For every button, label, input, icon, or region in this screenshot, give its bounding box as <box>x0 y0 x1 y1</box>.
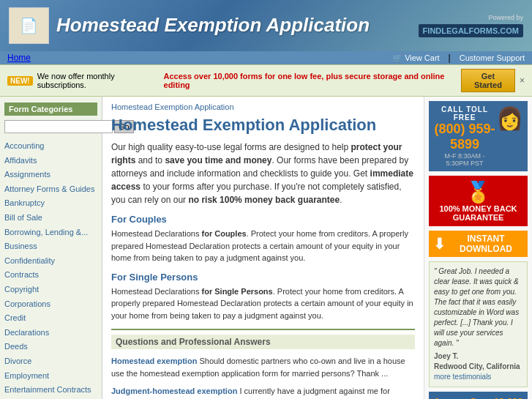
access-title: Access Over 10,000 Forms <box>433 396 523 399</box>
logo-icon: 📄 <box>9 7 49 44</box>
sidebar-item-business[interactable]: Business <box>4 239 97 254</box>
instant-download-badge: ⬇ INSTANT DOWNLOAD <box>429 231 528 257</box>
testimonial-author-name: Joey T. <box>434 352 458 360</box>
qa-section: Questions and Professional Answers Homes… <box>111 329 415 399</box>
sidebar-item-contracts[interactable]: Contracts <box>4 268 97 283</box>
page-title: Homestead Exemption Application <box>111 116 415 135</box>
money-back-guarantee: 🏅 100% MONEY BACK GUARANTEE <box>429 176 528 226</box>
sidebar-item-credit[interactable]: Credit <box>4 311 97 326</box>
header-right: Powered by FINDLEGALFORMS.COM <box>419 14 523 37</box>
site-title: Homestead Exemption Application <box>56 14 370 37</box>
logo-area: 📄 Homestead Exemption Application <box>9 7 370 44</box>
qa-link[interactable]: Homestead exemption <box>111 357 197 365</box>
sidebar-item-copyright[interactable]: Copyright <box>4 283 97 297</box>
support-call-label: CALL TOLL FREE <box>433 105 496 122</box>
main-content: Homestead Exemption Application Homestea… <box>102 97 424 399</box>
main-layout: Form Categories Go AccountingAffidavitsA… <box>0 97 532 399</box>
instant-download-label: INSTANT DOWNLOAD <box>449 234 523 254</box>
search-input[interactable] <box>4 120 113 133</box>
for-couples-text: Homestead Declarations for Couples. Prot… <box>111 228 415 264</box>
sidebar-item-assignments[interactable]: Assignments <box>4 168 97 182</box>
right-sidebar: CALL TOLL FREE (800) 959-5899 M-F 8:30AM… <box>424 97 532 399</box>
qa-item: Homestead exemption Should domestic part… <box>111 355 415 379</box>
money-back-line2: GUARANTEE <box>453 213 504 222</box>
promo-bar: NEW! We now offer monthly subscriptions.… <box>0 64 532 97</box>
for-couples-link[interactable]: For Couples <box>111 214 415 225</box>
sidebar-links: AccountingAffidavitsAssignmentsAttorney … <box>4 139 97 399</box>
for-single-persons-text: Homestead Declarations for Single Person… <box>111 286 415 322</box>
customer-support-link[interactable]: Customer Support <box>460 53 525 62</box>
cart-area[interactable]: 🛒 View Cart <box>392 53 439 63</box>
search-box: Go <box>4 120 97 133</box>
sidebar-item-confidentiality[interactable]: Confidentiality <box>4 254 97 269</box>
download-arrow-icon: ⬇ <box>433 235 446 253</box>
qa-items: Homestead exemption Should domestic part… <box>111 355 415 399</box>
topnav-right: 🛒 View Cart | Customer Support <box>392 53 525 63</box>
sidebar-item-attorney-forms--guides[interactable]: Attorney Forms & Guides <box>4 182 97 197</box>
testimonial-location: Redwood City, California <box>434 362 520 370</box>
sidebar-item-declarations[interactable]: Declarations <box>4 326 97 340</box>
sidebar: Form Categories Go AccountingAffidavitsA… <box>0 97 102 399</box>
cart-icon: 🛒 <box>392 53 402 63</box>
sidebar-item-affidavits[interactable]: Affidavits <box>4 154 97 168</box>
support-hours: M-F 8:30AM - 5:30PM PST <box>433 152 496 167</box>
sidebar-item-deeds[interactable]: Deeds <box>4 340 97 354</box>
page-header: 📄 Homestead Exemption Application Powere… <box>0 0 532 51</box>
promo-close-button[interactable]: × <box>520 75 525 86</box>
get-started-button[interactable]: Get Started <box>461 69 515 92</box>
qa-section-title: Questions and Professional Answers <box>111 335 415 349</box>
sidebar-item-divorce[interactable]: Divorce <box>4 354 97 369</box>
content-description: Our high quality easy-to-use legal forms… <box>111 141 415 206</box>
promo-new-badge: NEW! <box>7 76 33 86</box>
testimonial-quote: " Great Job. I needed a clear lease. It … <box>434 267 519 347</box>
top-nav: Home 🛒 View Cart | Customer Support <box>0 51 532 64</box>
access-title-num: 10,000 <box>494 396 523 399</box>
sidebar-item-employment[interactable]: Employment <box>4 369 97 384</box>
home-link[interactable]: Home <box>7 53 31 63</box>
powered-by-text: Powered by <box>488 14 523 21</box>
nav-divider: | <box>449 53 451 63</box>
support-phone: (800) 959-5899 <box>433 122 496 152</box>
more-testimonials-link[interactable]: more testimonials <box>434 372 522 382</box>
support-box: CALL TOLL FREE (800) 959-5899 M-F 8:30AM… <box>429 101 528 171</box>
findlegal-badge: FINDLEGALFORMS.COM <box>419 24 523 37</box>
sidebar-item-bankruptcy[interactable]: Bankruptcy <box>4 196 97 211</box>
guarantee-icon: 🏅 <box>433 180 523 204</box>
sidebar-item-entertainment-contracts-[interactable]: Entertainment Contracts ... <box>4 383 97 399</box>
promo-text: We now offer monthly subscriptions. <box>37 72 160 89</box>
access-box: Access Over 10,000 Forms ✓Secure web sto… <box>429 392 528 399</box>
sidebar-item-bill-of-sale[interactable]: Bill of Sale <box>4 211 97 225</box>
breadcrumb: Homestead Exemption Application <box>111 102 415 111</box>
sidebar-item-borrowing-lending-[interactable]: Borrowing, Lending &... <box>4 225 97 240</box>
sidebar-item-corporations[interactable]: Corporations <box>4 297 97 312</box>
sidebar-title: Form Categories <box>4 102 97 116</box>
promo-link[interactable]: Access over 10,000 forms for one low fee… <box>164 72 457 89</box>
support-person-icon: 👩 <box>496 105 523 131</box>
money-back-line1: 100% MONEY BACK <box>439 204 517 213</box>
access-title-pre: Access Over <box>433 396 491 399</box>
qa-link[interactable]: Judgment-homestead exemption <box>111 387 237 395</box>
cart-link[interactable]: View Cart <box>405 53 439 62</box>
qa-item: Judgment-homestead exemption I currently… <box>111 385 415 399</box>
testimonial-author: Joey T. Redwood City, California <box>434 351 522 372</box>
breadcrumb-link[interactable]: Homestead Exemption Application <box>111 102 234 111</box>
testimonial-box: " Great Job. I needed a clear lease. It … <box>429 261 528 387</box>
sidebar-item-accounting[interactable]: Accounting <box>4 139 97 154</box>
for-single-persons-link[interactable]: For Single Persons <box>111 272 415 283</box>
